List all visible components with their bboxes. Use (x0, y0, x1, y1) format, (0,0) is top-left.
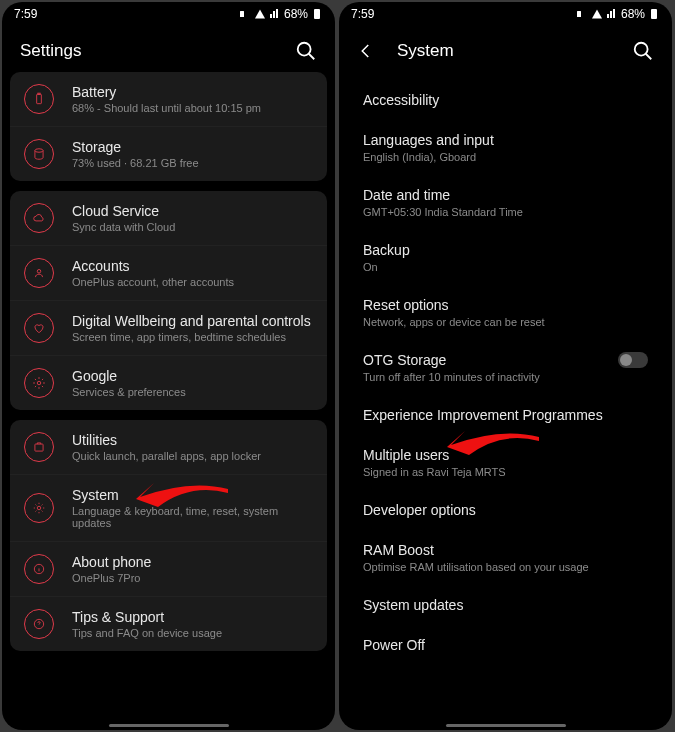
nav-bar (339, 724, 672, 730)
row-reset[interactable]: Reset options Network, apps or device ca… (339, 285, 672, 340)
cloud-icon (24, 203, 54, 233)
svg-rect-9 (35, 444, 43, 451)
row-accessibility[interactable]: Accessibility (339, 80, 672, 120)
row-sub: Sync data with Cloud (72, 221, 175, 233)
row-sub: Tips and FAQ on device usage (72, 627, 222, 639)
status-bar: 7:59 68% (2, 2, 335, 26)
row-title: Languages and input (363, 132, 494, 148)
row-sub: On (363, 261, 410, 273)
row-title: Power Off (363, 637, 425, 653)
row-sub: Screen time, app timers, bedtime schedul… (72, 331, 311, 343)
row-languages[interactable]: Languages and input English (India), Gbo… (339, 120, 672, 175)
row-sub: OnePlus 7Pro (72, 572, 151, 584)
svg-point-2 (298, 43, 311, 56)
svg-point-8 (37, 381, 41, 385)
svg-line-3 (309, 54, 315, 60)
page-title: Settings (20, 41, 295, 61)
search-icon[interactable] (632, 40, 654, 62)
row-utilities[interactable]: Utilities Quick launch, parallel apps, a… (10, 420, 327, 475)
row-sub: English (India), Gboard (363, 151, 494, 163)
row-system-updates[interactable]: System updates (339, 585, 672, 625)
status-time: 7:59 (351, 7, 374, 21)
row-wellbeing[interactable]: Digital Wellbeing and parental controls … (10, 301, 327, 356)
settings-screen: 7:59 68% Settings Battery 68% - Should l… (2, 2, 335, 730)
row-sub: Quick launch, parallel apps, app locker (72, 450, 261, 462)
svg-point-18 (635, 43, 648, 56)
row-tips[interactable]: Tips & Support Tips and FAQ on device us… (10, 597, 327, 651)
row-title: Digital Wellbeing and parental controls (72, 313, 311, 329)
row-sub: 73% used · 68.21 GB free (72, 157, 199, 169)
row-title: Backup (363, 242, 410, 258)
status-icons: 68% (239, 7, 323, 21)
search-icon[interactable] (295, 40, 317, 62)
nav-bar (2, 724, 335, 730)
settings-group: Battery 68% - Should last until about 10… (10, 72, 327, 181)
system-screen: 7:59 68% System Accessibility Languages … (339, 2, 672, 730)
row-title: About phone (72, 554, 151, 570)
svg-rect-5 (38, 93, 40, 94)
row-storage[interactable]: Storage 73% used · 68.21 GB free (10, 127, 327, 181)
account-icon (24, 258, 54, 288)
tips-icon (24, 609, 54, 639)
row-title: Utilities (72, 432, 261, 448)
settings-list[interactable]: Battery 68% - Should last until about 10… (2, 72, 335, 724)
svg-rect-16 (577, 11, 581, 17)
status-icons: 68% (576, 7, 660, 21)
row-about[interactable]: About phone OnePlus 7Pro (10, 542, 327, 597)
row-sub: OnePlus account, other accounts (72, 276, 234, 288)
storage-icon (24, 139, 54, 169)
heart-icon (24, 313, 54, 343)
row-title: System (72, 487, 313, 503)
row-otg[interactable]: OTG Storage Turn off after 10 minutes of… (339, 340, 672, 395)
row-accounts[interactable]: Accounts OnePlus account, other accounts (10, 246, 327, 301)
status-bar: 7:59 68% (339, 2, 672, 26)
settings-group: Cloud Service Sync data with Cloud Accou… (10, 191, 327, 410)
back-icon[interactable] (357, 42, 375, 60)
row-title: Accounts (72, 258, 234, 274)
row-title: Date and time (363, 187, 523, 203)
svg-rect-1 (314, 9, 320, 19)
row-title: RAM Boost (363, 542, 589, 558)
svg-rect-17 (651, 9, 657, 19)
row-ram-boost[interactable]: RAM Boost Optimise RAM utilisation based… (339, 530, 672, 585)
system-icon (24, 493, 54, 523)
row-title: Battery (72, 84, 261, 100)
svg-point-7 (37, 270, 41, 274)
row-sub: Network, apps or device can be reset (363, 316, 545, 328)
utilities-icon (24, 432, 54, 462)
row-title: Cloud Service (72, 203, 175, 219)
row-sub: Turn off after 10 minutes of inactivity (363, 371, 540, 383)
row-cloud[interactable]: Cloud Service Sync data with Cloud (10, 191, 327, 246)
settings-group: Utilities Quick launch, parallel apps, a… (10, 420, 327, 651)
row-backup[interactable]: Backup On (339, 230, 672, 285)
about-icon (24, 554, 54, 584)
row-developer[interactable]: Developer options (339, 490, 672, 530)
header: Settings (2, 26, 335, 72)
row-battery[interactable]: Battery 68% - Should last until about 10… (10, 72, 327, 127)
row-title: Google (72, 368, 186, 384)
svg-line-19 (646, 54, 652, 60)
row-power-off[interactable]: Power Off (339, 625, 672, 665)
row-sub: Language & keyboard, time, reset, system… (72, 505, 313, 529)
row-title: Developer options (363, 502, 476, 518)
row-sub: 68% - Should last until about 10:15 pm (72, 102, 261, 114)
google-icon (24, 368, 54, 398)
row-title: System updates (363, 597, 463, 613)
row-system[interactable]: System Language & keyboard, time, reset,… (10, 475, 327, 542)
row-title: Storage (72, 139, 199, 155)
row-sub: Signed in as Ravi Teja MRTS (363, 466, 506, 478)
page-title: System (397, 41, 632, 61)
svg-rect-4 (37, 94, 42, 103)
svg-point-10 (37, 506, 41, 510)
row-experience[interactable]: Experience Improvement Programmes (339, 395, 672, 435)
row-date-time[interactable]: Date and time GMT+05:30 India Standard T… (339, 175, 672, 230)
system-list[interactable]: Accessibility Languages and input Englis… (339, 72, 672, 724)
row-sub: Optimise RAM utilisation based on your u… (363, 561, 589, 573)
status-battery-pct: 68% (621, 7, 645, 21)
row-sub: GMT+05:30 India Standard Time (363, 206, 523, 218)
row-title: Experience Improvement Programmes (363, 407, 603, 423)
row-google[interactable]: Google Services & preferences (10, 356, 327, 410)
otg-toggle[interactable] (618, 352, 648, 368)
header: System (339, 26, 672, 72)
row-multiple-users[interactable]: Multiple users Signed in as Ravi Teja MR… (339, 435, 672, 490)
